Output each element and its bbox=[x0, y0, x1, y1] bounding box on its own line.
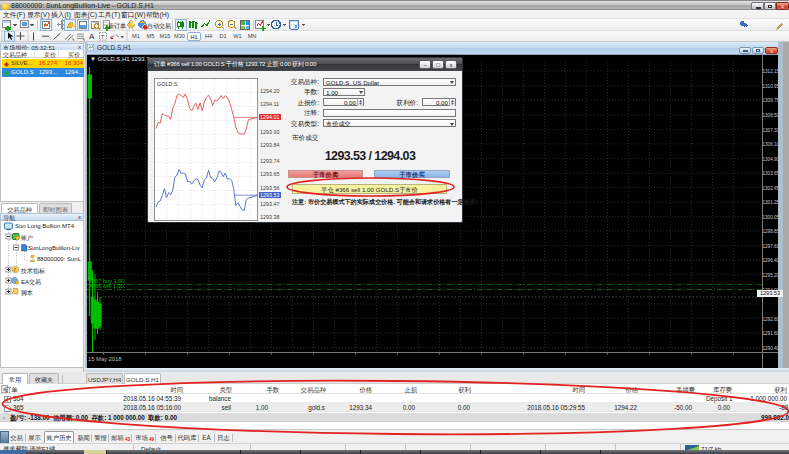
svg-text:1297.60: 1297.60 bbox=[763, 244, 780, 249]
svg-text:#366 sell 1.00: #366 sell 1.00 bbox=[89, 283, 124, 289]
svg-text:T: T bbox=[101, 34, 105, 40]
svg-text:1290.40: 1290.40 bbox=[763, 346, 780, 351]
svg-text:1308.50: 1308.50 bbox=[763, 113, 780, 118]
svg-text:1291.60: 1291.60 bbox=[763, 331, 780, 336]
svg-text:1298.85: 1298.85 bbox=[763, 229, 780, 234]
svg-text:1306.10: 1306.10 bbox=[763, 142, 780, 147]
svg-text:1307.30: 1307.30 bbox=[763, 128, 780, 133]
svg-text:1296.40: 1296.40 bbox=[763, 258, 780, 263]
svg-text:1302.45: 1302.45 bbox=[763, 186, 780, 191]
svg-text:1304.90: 1304.90 bbox=[763, 157, 780, 162]
svg-text:GOLD.S: GOLD.S bbox=[157, 81, 178, 87]
svg-text:1310.95: 1310.95 bbox=[763, 84, 780, 89]
svg-text:A: A bbox=[89, 32, 95, 41]
svg-text:1312.15: 1312.15 bbox=[763, 69, 780, 74]
svg-text:15 May 2018: 15 May 2018 bbox=[88, 356, 122, 362]
svg-text:1303.65: 1303.65 bbox=[763, 171, 780, 176]
svg-text:1292.80: 1292.80 bbox=[763, 317, 780, 322]
svg-text:1300.05: 1300.05 bbox=[763, 215, 780, 220]
svg-text:1295.20: 1295.20 bbox=[763, 273, 780, 278]
svg-text:1301.25: 1301.25 bbox=[763, 200, 780, 205]
svg-text:1309.75: 1309.75 bbox=[763, 98, 780, 103]
